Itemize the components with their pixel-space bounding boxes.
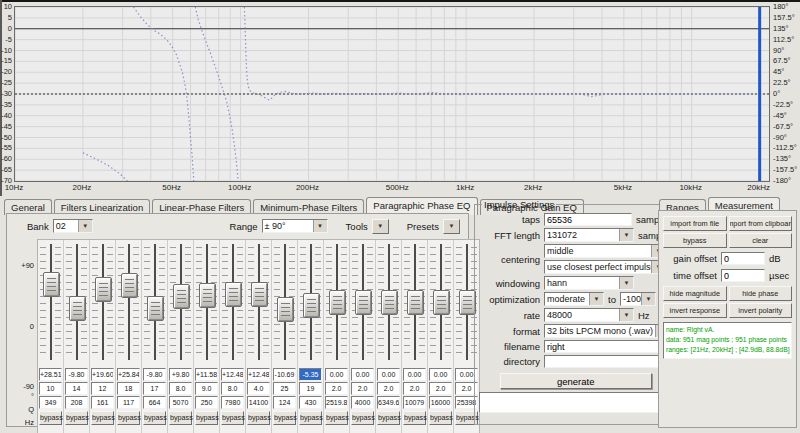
slider-thumb[interactable] [433, 290, 450, 315]
chevron-down-icon[interactable]: ▼ [619, 229, 633, 241]
taps-input[interactable] [544, 213, 632, 226]
range-select[interactable]: ± 90° ▼ [262, 219, 328, 233]
tools-menu-button[interactable]: ▼ [372, 219, 389, 234]
presets-menu-button[interactable]: ▼ [443, 219, 460, 234]
deg-field[interactable]: +25.84 [117, 368, 140, 381]
chevron-down-icon[interactable]: ▼ [641, 293, 655, 305]
bypass-button[interactable]: bypass [91, 411, 114, 425]
clear-button[interactable]: clear [729, 233, 793, 248]
chevron-down-icon[interactable]: ▼ [619, 309, 633, 321]
bypass-button[interactable]: bypass [39, 411, 62, 425]
fft-length-select[interactable]: 131072 ▼ [544, 228, 634, 242]
slider-thumb[interactable] [147, 296, 164, 321]
windowing-select[interactable]: hann ▼ [544, 276, 634, 290]
hz-field[interactable]: 430 [299, 396, 322, 409]
q-field[interactable]: 12 [91, 382, 114, 395]
bypass-button[interactable]: bypass [429, 411, 452, 425]
centering-select[interactable]: middle ▼ [544, 244, 666, 258]
hz-field[interactable]: 208 [65, 396, 88, 409]
bypass-button[interactable]: bypass [143, 411, 166, 425]
format-select[interactable]: 32 bits LPCM mono (.wav) ▼ [544, 324, 670, 338]
slider-thumb[interactable] [173, 284, 190, 309]
hz-field[interactable]: 7980 [221, 396, 244, 409]
deg-field[interactable]: 0.00 [429, 368, 452, 381]
bypass-button[interactable]: bypass [299, 411, 322, 425]
hide-magnitude-button[interactable]: hide magnitude [663, 286, 727, 301]
q-field[interactable]: 25 [273, 382, 296, 395]
q-field[interactable]: 18 [117, 382, 140, 395]
optimization-db-select[interactable]: -100 ▼ [620, 292, 656, 306]
bypass-button[interactable]: bypass [663, 233, 727, 248]
q-field[interactable]: 8.0 [169, 382, 192, 395]
deg-field[interactable]: +28.51 [39, 368, 62, 381]
bypass-button[interactable]: bypass [169, 411, 192, 425]
q-field[interactable]: 2.0 [377, 382, 400, 395]
phase-slider[interactable] [90, 240, 115, 364]
phase-slider[interactable] [64, 240, 89, 364]
phase-slider[interactable] [298, 240, 323, 364]
deg-field[interactable]: -9.80 [143, 368, 166, 381]
q-field[interactable]: 14 [65, 382, 88, 395]
q-field[interactable]: 2.0 [403, 382, 426, 395]
gain-offset-input[interactable] [721, 252, 765, 265]
q-field[interactable]: 4.0 [247, 382, 270, 395]
slider-thumb[interactable] [407, 290, 424, 315]
phase-slider[interactable] [350, 240, 375, 364]
deg-field[interactable]: 0.00 [351, 368, 374, 381]
deg-field[interactable]: -10.69 [273, 368, 296, 381]
hz-field[interactable]: 117 [117, 396, 140, 409]
bypass-button[interactable]: bypass [377, 411, 400, 425]
chevron-down-icon[interactable]: ▼ [78, 220, 92, 232]
phase-slider[interactable] [402, 240, 427, 364]
bypass-button[interactable]: bypass [351, 411, 374, 425]
q-field[interactable]: 2.0 [429, 382, 452, 395]
deg-field[interactable]: 0.00 [403, 368, 426, 381]
phase-slider[interactable] [220, 240, 245, 364]
phase-slider[interactable] [142, 240, 167, 364]
hz-field[interactable]: 4000 [351, 396, 374, 409]
phase-slider[interactable] [376, 240, 401, 364]
bypass-button[interactable]: bypass [247, 411, 270, 425]
q-field[interactable]: 17 [143, 382, 166, 395]
hz-field[interactable]: 2519.8 [325, 396, 348, 409]
hz-field[interactable]: 10079 [403, 396, 426, 409]
q-field[interactable]: 2.0 [325, 382, 348, 395]
hz-field[interactable]: 16000 [429, 396, 452, 409]
slider-thumb[interactable] [225, 282, 242, 307]
time-offset-input[interactable] [721, 269, 765, 282]
hz-field[interactable]: 664 [143, 396, 166, 409]
deg-field[interactable]: +9.80 [169, 368, 192, 381]
centering-mode-select[interactable]: use closest perfect impulse ▼ [544, 260, 666, 274]
hz-field[interactable]: 349 [39, 396, 62, 409]
import-from-file-button[interactable]: import from file [663, 216, 727, 231]
hz-field[interactable]: 250 [195, 396, 218, 409]
slider-thumb[interactable] [355, 290, 372, 315]
slider-thumb[interactable] [459, 290, 476, 315]
chevron-down-icon[interactable]: ▼ [619, 277, 633, 289]
response-plot[interactable] [14, 6, 770, 182]
slider-thumb[interactable] [381, 290, 398, 315]
rate-select[interactable]: 48000 ▼ [544, 308, 634, 322]
bypass-button[interactable]: bypass [195, 411, 218, 425]
deg-field[interactable]: 0.00 [325, 368, 348, 381]
bypass-button[interactable]: bypass [325, 411, 348, 425]
deg-field[interactable]: +19.60 [91, 368, 114, 381]
bypass-button[interactable]: bypass [273, 411, 296, 425]
slider-thumb[interactable] [121, 273, 138, 298]
q-field[interactable]: 9.0 [195, 382, 218, 395]
invert-response-button[interactable]: invert response [663, 303, 727, 318]
bank-select[interactable]: 02 ▼ [53, 219, 93, 233]
import-from-clipboard-button[interactable]: import from clipboard [729, 216, 793, 231]
q-field[interactable]: 2.0 [351, 382, 374, 395]
q-field[interactable]: 10 [39, 382, 62, 395]
hz-field[interactable]: 124 [273, 396, 296, 409]
slider-thumb[interactable] [277, 297, 294, 322]
deg-field[interactable]: -9.80 [65, 368, 88, 381]
hz-field[interactable]: 14100 [247, 396, 270, 409]
hz-field[interactable]: 161 [91, 396, 114, 409]
hz-field[interactable]: 5070 [169, 396, 192, 409]
phase-slider[interactable] [38, 240, 63, 364]
deg-field[interactable]: +11.58 [195, 368, 218, 381]
deg-field[interactable]: -5.35 [299, 368, 322, 381]
q-field[interactable]: 8.0 [221, 382, 244, 395]
